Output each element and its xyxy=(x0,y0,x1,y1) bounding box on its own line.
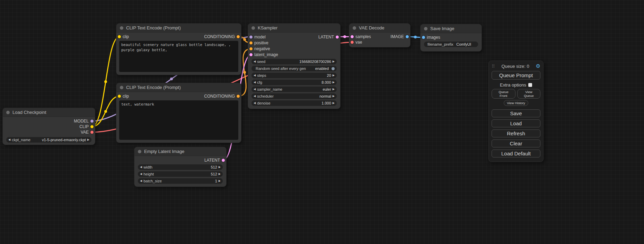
widget-filename-prefix[interactable]: filename_prefix ComfyUI xyxy=(424,42,478,47)
output-slot-latent[interactable] xyxy=(222,159,225,162)
decrement-arrow-icon[interactable]: ◀ xyxy=(254,88,256,91)
extra-options-label: Extra options xyxy=(500,82,526,88)
decrement-arrow-icon[interactable]: ◀ xyxy=(254,74,256,77)
view-history-button[interactable]: View History xyxy=(504,100,528,106)
output-slot-latent[interactable] xyxy=(336,35,339,38)
widget-steps[interactable]: ◀ steps 20 ▶ xyxy=(252,73,337,78)
widget-seed[interactable]: ◀ seed 156680208700286 ▶ xyxy=(252,59,337,64)
widget-random-seed-toggle[interactable]: Random seed after every gen enabled xyxy=(252,66,337,71)
output-row-latent: LATENT xyxy=(134,157,226,163)
input-slot-clip[interactable] xyxy=(118,35,121,38)
input-slot-negative[interactable] xyxy=(249,47,253,50)
output-slot-conditioning[interactable] xyxy=(237,95,240,98)
widget-cfg[interactable]: ◀ cfg 8.000 ▶ xyxy=(252,80,337,85)
node-title: CLIP Text Encode (Prompt) xyxy=(126,85,181,90)
output-row-clip: CLIP xyxy=(3,124,95,129)
output-label: CONDITIONING xyxy=(204,34,235,39)
increment-arrow-icon[interactable]: ▶ xyxy=(219,166,221,169)
prompt-textarea[interactable]: text, watermark xyxy=(119,100,238,140)
widget-width[interactable]: ◀ width 512 ▶ xyxy=(138,164,223,170)
widget-height[interactable]: ◀ height 512 ▶ xyxy=(138,171,223,177)
input-label: positive xyxy=(254,40,268,45)
node-title-bar[interactable]: CLIP Text Encode (Prompt) xyxy=(116,83,241,92)
increment-arrow-icon[interactable]: ▶ xyxy=(333,81,335,84)
decrement-arrow-icon[interactable]: ◀ xyxy=(140,173,142,175)
input-slot-images[interactable] xyxy=(422,36,425,39)
collapse-dot[interactable] xyxy=(120,26,123,30)
decrement-arrow-icon[interactable]: ◀ xyxy=(8,138,10,141)
widget-ckpt-name[interactable]: ◀ ckpt_name v1-5-pruned-emaonly.ckpt ▶ xyxy=(6,137,91,143)
decrement-arrow-icon[interactable]: ◀ xyxy=(254,102,256,105)
load-default-button[interactable]: Load Default xyxy=(492,150,540,157)
node-title-bar[interactable]: Load Checkpoint xyxy=(3,108,95,117)
output-label: LATENT xyxy=(204,158,220,163)
load-button[interactable]: Load xyxy=(492,119,540,127)
collapse-dot[interactable] xyxy=(138,150,141,153)
collapse-dot[interactable] xyxy=(6,111,10,114)
widget-denoise[interactable]: ◀ denoise 1.000 ▶ xyxy=(252,100,337,106)
slot-row: images xyxy=(421,35,482,40)
queue-prompt-button[interactable]: Queue Prompt xyxy=(492,71,540,80)
input-slot-model[interactable] xyxy=(249,35,253,38)
increment-arrow-icon[interactable]: ▶ xyxy=(219,173,221,175)
input-slot-samples[interactable] xyxy=(351,35,354,38)
node-graph-canvas[interactable]: Load Checkpoint MODEL CLIP VAE ◀ ckpt_na… xyxy=(0,0,644,244)
decrement-arrow-icon[interactable]: ◀ xyxy=(140,166,142,169)
link-midpoint-dot xyxy=(104,80,107,83)
output-slot-image[interactable] xyxy=(406,35,409,38)
widget-batch-size[interactable]: ◀ batch_size 1 ▶ xyxy=(138,178,223,184)
input-slot-latent-image[interactable] xyxy=(249,53,253,56)
view-queue-button[interactable]: View Queue xyxy=(517,89,540,99)
output-slot-clip[interactable] xyxy=(90,125,94,128)
input-slot-clip[interactable] xyxy=(118,95,121,98)
extra-options-checkbox[interactable] xyxy=(528,83,532,87)
increment-arrow-icon[interactable]: ▶ xyxy=(333,88,335,91)
output-slot-vae[interactable] xyxy=(90,131,94,134)
node-clip-text-encode-positive[interactable]: CLIP Text Encode (Prompt) clip CONDITION… xyxy=(116,24,241,75)
increment-arrow-icon[interactable]: ▶ xyxy=(333,60,335,63)
input-slot-positive[interactable] xyxy=(249,41,253,44)
node-vae-decode[interactable]: VAE Decode samples IMAGE vae xyxy=(349,24,410,47)
collapse-dot[interactable] xyxy=(120,86,123,89)
increment-arrow-icon[interactable]: ▶ xyxy=(333,102,335,105)
clear-button[interactable]: Clear xyxy=(492,139,540,147)
node-save-image[interactable]: Save Image images filename_prefix ComfyU… xyxy=(421,24,482,51)
decrement-arrow-icon[interactable]: ◀ xyxy=(254,60,256,63)
node-title-bar[interactable]: Save Image xyxy=(421,24,482,33)
decrement-arrow-icon[interactable]: ◀ xyxy=(254,81,256,84)
widget-sampler-name[interactable]: ◀ sampler_name euler ▶ xyxy=(252,87,337,92)
output-slot-conditioning[interactable] xyxy=(237,35,240,38)
prompt-textarea[interactable]: beautiful scenery nature glass bottle la… xyxy=(119,41,238,72)
collapse-dot[interactable] xyxy=(424,27,427,30)
input-label: clip xyxy=(123,34,129,39)
increment-arrow-icon[interactable]: ▶ xyxy=(333,95,335,98)
node-clip-text-encode-negative[interactable]: CLIP Text Encode (Prompt) clip CONDITION… xyxy=(116,83,241,143)
toggle-dot-icon[interactable] xyxy=(332,67,335,70)
node-ksampler[interactable]: KSampler model LATENT positive negative … xyxy=(248,24,340,109)
node-title-bar[interactable]: Empty Latent Image xyxy=(134,147,226,156)
slot-row: vae xyxy=(349,39,410,45)
node-title-bar[interactable]: KSampler xyxy=(248,24,340,33)
decrement-arrow-icon[interactable]: ◀ xyxy=(140,180,142,182)
node-title-bar[interactable]: VAE Decode xyxy=(349,24,410,33)
decrement-arrow-icon[interactable]: ◀ xyxy=(254,95,256,98)
node-load-checkpoint[interactable]: Load Checkpoint MODEL CLIP VAE ◀ ckpt_na… xyxy=(3,108,95,145)
queue-buttons-row: Queue Front View Queue xyxy=(492,89,540,99)
collapse-dot[interactable] xyxy=(252,26,255,30)
settings-gear-icon[interactable]: ⚙ xyxy=(536,63,540,69)
queue-size-label: Queue size: 0 xyxy=(495,64,536,69)
collapse-dot[interactable] xyxy=(353,26,356,30)
widget-scheduler[interactable]: ◀ scheduler normal ▶ xyxy=(252,93,337,99)
save-button[interactable]: Save xyxy=(492,109,540,117)
slot-row: model LATENT xyxy=(248,34,340,40)
increment-arrow-icon[interactable]: ▶ xyxy=(87,138,89,141)
input-slot-vae[interactable] xyxy=(351,41,354,44)
increment-arrow-icon[interactable]: ▶ xyxy=(333,74,335,77)
output-slot-model[interactable] xyxy=(90,120,94,123)
queue-front-button[interactable]: Queue Front xyxy=(492,89,515,99)
drag-handle-icon[interactable]: ⠿ xyxy=(492,64,495,69)
refresh-button[interactable]: Refresh xyxy=(492,129,540,137)
node-empty-latent-image[interactable]: Empty Latent Image LATENT ◀ width 512 ▶ … xyxy=(134,147,226,187)
increment-arrow-icon[interactable]: ▶ xyxy=(219,180,221,182)
node-title-bar[interactable]: CLIP Text Encode (Prompt) xyxy=(116,24,241,33)
